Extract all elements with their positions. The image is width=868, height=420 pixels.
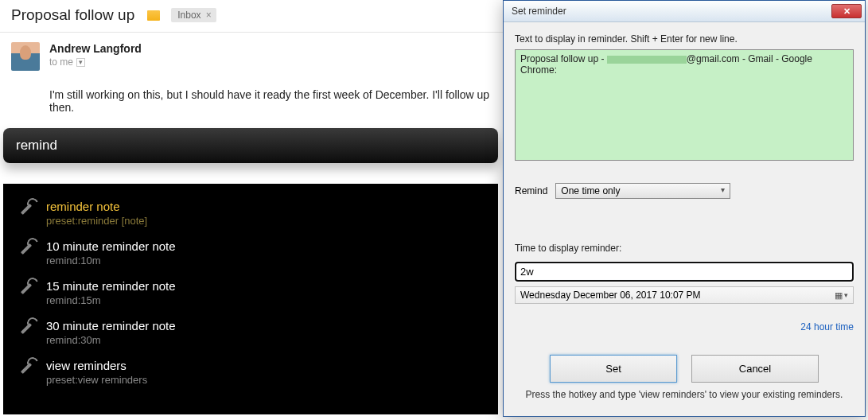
remind-frequency-select[interactable]: One time only bbox=[555, 183, 730, 199]
redacted-text bbox=[607, 56, 687, 64]
remind-label: Remind bbox=[515, 185, 547, 196]
suggestion-title: 30 minute reminder note bbox=[46, 319, 176, 332]
suggestion-title: 15 minute reminder note bbox=[46, 279, 176, 293]
suggestion-item[interactable]: 30 minute reminder noteremind:30m bbox=[3, 313, 498, 352]
folder-icon bbox=[147, 10, 160, 21]
dialog-title: Set reminder bbox=[512, 6, 831, 17]
suggestion-title: view reminders bbox=[46, 359, 147, 372]
date-picker[interactable]: Wednesday December 06, 2017 10:07 PM ▦ ▾ bbox=[515, 286, 854, 304]
wrench-icon bbox=[18, 200, 35, 217]
time-label: Time to display reminder: bbox=[515, 243, 854, 254]
footer-hint: Press the hotkey and type 'view reminder… bbox=[515, 383, 854, 410]
wrench-icon bbox=[18, 319, 35, 336]
suggestion-title: reminder note bbox=[46, 200, 147, 213]
dialog-titlebar[interactable]: Set reminder ✕ bbox=[504, 1, 865, 22]
suggestion-item[interactable]: 10 minute reminder noteremind:10m bbox=[3, 233, 498, 273]
command-search[interactable] bbox=[3, 128, 498, 163]
suggestion-item[interactable]: view reminderspreset:view reminders bbox=[3, 352, 498, 392]
date-display: Wednesday December 06, 2017 10:07 PM bbox=[520, 290, 835, 301]
suggestion-subtitle: remind:10m bbox=[46, 255, 176, 266]
suggestion-subtitle: remind:15m bbox=[46, 294, 176, 306]
time-input[interactable] bbox=[515, 262, 854, 282]
dialog-close-button[interactable]: ✕ bbox=[831, 4, 862, 18]
email-header: Proposal follow up Inbox × bbox=[0, 0, 503, 33]
avatar bbox=[11, 42, 40, 71]
calendar-icon: ▦ bbox=[835, 290, 843, 301]
email-subject: Proposal follow up bbox=[11, 6, 134, 24]
wrench-icon bbox=[18, 359, 35, 376]
wrench-icon bbox=[18, 279, 35, 297]
suggestion-list: reminder notepreset:reminder [note]10 mi… bbox=[3, 184, 498, 414]
chevron-down-icon: ▾ bbox=[844, 291, 848, 299]
label-chip-text: Inbox bbox=[177, 10, 200, 21]
details-dropdown[interactable]: ▾ bbox=[76, 58, 85, 67]
suggestion-subtitle: preset:view reminders bbox=[46, 374, 147, 386]
suggestion-subtitle: preset:reminder [note] bbox=[46, 215, 147, 227]
suggestion-subtitle: remind:30m bbox=[46, 334, 176, 346]
recipient-line: to me ▾ bbox=[49, 56, 142, 68]
close-icon[interactable]: × bbox=[206, 10, 212, 21]
suggestion-item[interactable]: reminder notepreset:reminder [note] bbox=[3, 193, 498, 233]
search-input[interactable] bbox=[16, 138, 485, 154]
reminder-note-textarea[interactable]: Proposal follow up - @gmail.com - Gmail … bbox=[515, 49, 854, 161]
suggestion-title: 10 minute reminder note bbox=[46, 239, 176, 253]
wrench-icon bbox=[18, 239, 35, 257]
set-button[interactable]: Set bbox=[550, 355, 677, 383]
email-body: I'm still working on this, but I should … bbox=[49, 88, 503, 114]
label-chip[interactable]: Inbox × bbox=[171, 8, 216, 22]
toggle-24hour-link[interactable]: 24 hour time bbox=[515, 321, 854, 332]
reminder-dialog: Set reminder ✕ Text to display in remind… bbox=[503, 0, 866, 417]
suggestion-item[interactable]: 15 minute reminder noteremind:15m bbox=[3, 273, 498, 313]
message: Andrew Langford to me ▾ bbox=[0, 33, 503, 80]
sender-name: Andrew Langford bbox=[49, 42, 142, 55]
note-label: Text to display in reminder. Shift + Ent… bbox=[515, 33, 854, 45]
cancel-button[interactable]: Cancel bbox=[691, 355, 819, 383]
